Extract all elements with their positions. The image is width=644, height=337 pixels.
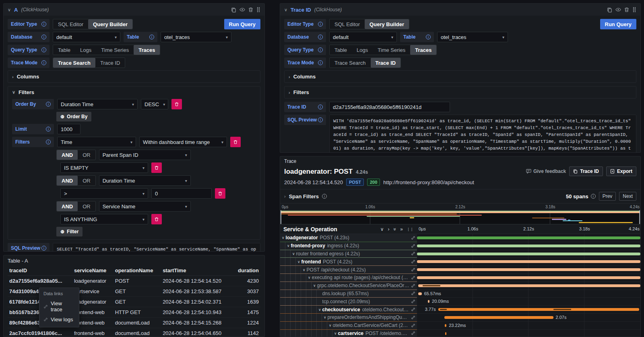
- span-filters-label[interactable]: Span Filters: [289, 193, 319, 199]
- span-name-cell[interactable]: ∨cartservicePOST /oteldemo.CartService/G…: [280, 330, 417, 337]
- condition-field-select[interactable]: Service Name▾: [99, 201, 191, 212]
- option-trace-search[interactable]: Trace Search: [330, 58, 371, 68]
- chevron-down-icon[interactable]: ∨: [308, 275, 311, 279]
- trace-id-input[interactable]: [329, 102, 450, 112]
- column-header-serviceName[interactable]: serviceName: [72, 265, 114, 276]
- span-name-cell[interactable]: ∨tcp.connect (20.09ms): [280, 298, 417, 306]
- columns-header[interactable]: ›Columns: [12, 74, 256, 80]
- minimap-viewport-handle[interactable]: [281, 210, 281, 224]
- add-order-by-button[interactable]: ⊕Order By: [56, 112, 91, 121]
- link-icon[interactable]: [409, 259, 415, 264]
- condition-value-input[interactable]: [151, 188, 212, 199]
- span-bar[interactable]: [417, 276, 640, 279]
- limit-input[interactable]: [57, 124, 80, 134]
- and-option[interactable]: AND: [57, 150, 78, 160]
- or-option[interactable]: OR: [78, 150, 95, 160]
- next-button[interactable]: Next: [619, 192, 636, 201]
- remove-condition-button[interactable]: [151, 162, 162, 173]
- expand-all-icon[interactable]: »: [400, 227, 403, 232]
- span-name-cell[interactable]: ∨frontendPOST (4.22s): [280, 258, 417, 266]
- sql-editor-option[interactable]: SQL Editor: [330, 19, 365, 29]
- option-trace-search[interactable]: Trace Search: [53, 58, 95, 68]
- trace-id-link[interactable]: d2a7155ef6a928a05...: [8, 276, 72, 286]
- column-header-startTime[interactable]: startTime: [161, 265, 233, 276]
- minimap-viewport-handle[interactable]: [639, 210, 640, 224]
- span-name-cell[interactable]: ∨loadgeneratorPOST (4.23s): [280, 234, 417, 242]
- trace-id-link[interactable]: 2ac7ccfc01941806c...: [8, 328, 72, 337]
- option-logs[interactable]: Logs: [352, 45, 373, 55]
- trash-icon[interactable]: [624, 7, 629, 12]
- option-trace-id[interactable]: Trace ID: [371, 58, 401, 68]
- span-bar[interactable]: [445, 332, 446, 335]
- link-icon[interactable]: [409, 284, 415, 288]
- option-logs[interactable]: Logs: [75, 45, 96, 55]
- link-icon[interactable]: [409, 291, 415, 296]
- column-header-operationName[interactable]: operationName: [114, 265, 161, 276]
- span-bar[interactable]: [417, 253, 640, 255]
- link-icon[interactable]: [409, 331, 415, 335]
- table-select[interactable]: otel_traces▾: [161, 32, 231, 42]
- column-header-duration[interactable]: duration: [233, 265, 260, 276]
- query-builder-option[interactable]: Query Builder: [88, 19, 132, 29]
- collapse-one-icon[interactable]: ∨: [380, 227, 384, 232]
- chevron-down-icon[interactable]: ∨: [297, 260, 300, 264]
- column-resize-handle[interactable]: ❘❘: [407, 227, 414, 231]
- view-logs-menu-item[interactable]: View logs: [39, 314, 79, 325]
- link-icon[interactable]: [409, 267, 415, 272]
- span-bar[interactable]: [438, 308, 640, 311]
- or-option[interactable]: OR: [78, 201, 95, 211]
- option-traces[interactable]: Traces: [134, 45, 160, 55]
- and-option[interactable]: AND: [57, 201, 78, 211]
- prev-button[interactable]: Prev: [599, 192, 616, 201]
- columns-header[interactable]: ›Columns: [289, 74, 632, 80]
- chevron-down-icon[interactable]: ∨: [313, 284, 316, 288]
- filter-field-select[interactable]: Time▾: [57, 137, 136, 147]
- trash-icon[interactable]: [248, 7, 253, 12]
- link-icon[interactable]: [409, 275, 415, 280]
- trace-minimap[interactable]: 0μs1.06s2.12s3.18s4.24s: [280, 204, 640, 224]
- filters-header[interactable]: ∨Filters: [12, 89, 256, 95]
- span-name-cell[interactable]: ∨POST /api/checkout (4.22s): [280, 266, 417, 274]
- span-name-cell[interactable]: ∨router frontend egress (4.22s): [280, 250, 417, 258]
- option-time-series[interactable]: Time Series: [96, 45, 134, 55]
- chevron-down-icon[interactable]: ∨: [334, 331, 337, 335]
- filter-value-select[interactable]: Within dashboard time range▾: [139, 137, 227, 147]
- give-feedback-link[interactable]: Give feedback: [526, 168, 566, 174]
- collapse-all-icon[interactable]: »: [392, 228, 397, 230]
- condition-field-select[interactable]: Parent Span ID▾: [99, 150, 191, 160]
- collapse-chevron-icon[interactable]: ∨: [8, 7, 11, 12]
- span-bar[interactable]: [418, 292, 422, 295]
- expand-one-icon[interactable]: ›: [388, 227, 390, 232]
- eye-icon[interactable]: [615, 7, 621, 12]
- remove-condition-button[interactable]: [215, 188, 225, 199]
- chevron-down-icon[interactable]: ∨: [292, 252, 295, 256]
- trace-id-button[interactable]: Trace ID: [569, 166, 603, 176]
- remove-condition-button[interactable]: [151, 214, 162, 224]
- eye-icon[interactable]: [239, 7, 245, 12]
- chevron-down-icon[interactable]: ∨: [329, 323, 332, 327]
- database-select[interactable]: default▾: [329, 32, 397, 42]
- span-bar[interactable]: [417, 245, 640, 247]
- span-name-cell[interactable]: ∨grpc.oteldemo.CheckoutService/PlaceOrde…: [280, 282, 417, 290]
- span-name-cell[interactable]: ∨oteldemo.CartService/GetCart (23.22ms): [280, 322, 417, 330]
- link-icon[interactable]: [409, 315, 415, 320]
- link-icon[interactable]: [409, 299, 415, 304]
- condition-operator-select[interactable]: IS EMPTY▾: [60, 162, 148, 173]
- and-option[interactable]: AND: [57, 176, 78, 185]
- option-time-series[interactable]: Time Series: [373, 45, 410, 55]
- or-option[interactable]: OR: [78, 176, 95, 185]
- table-select[interactable]: otel_traces▾: [437, 32, 508, 42]
- option-traces[interactable]: Traces: [410, 45, 436, 55]
- link-icon[interactable]: [409, 236, 415, 240]
- span-name-cell[interactable]: ∨executing api route (pages) /api/checko…: [280, 274, 417, 282]
- span-name-cell[interactable]: ∨checkoutserviceoteldemo.CheckoutService…: [280, 306, 417, 314]
- collapse-chevron-icon[interactable]: ∨: [284, 7, 287, 12]
- duplicate-icon[interactable]: [231, 7, 236, 12]
- chevron-down-icon[interactable]: ∨: [324, 315, 326, 319]
- condition-field-select[interactable]: Duration Time▾: [99, 175, 191, 186]
- option-table[interactable]: Table: [53, 45, 75, 55]
- chevron-down-icon[interactable]: ∨: [318, 308, 321, 312]
- view-trace-menu-item[interactable]: View trace: [39, 298, 79, 314]
- link-icon[interactable]: [409, 307, 415, 312]
- span-bar[interactable]: [418, 284, 640, 287]
